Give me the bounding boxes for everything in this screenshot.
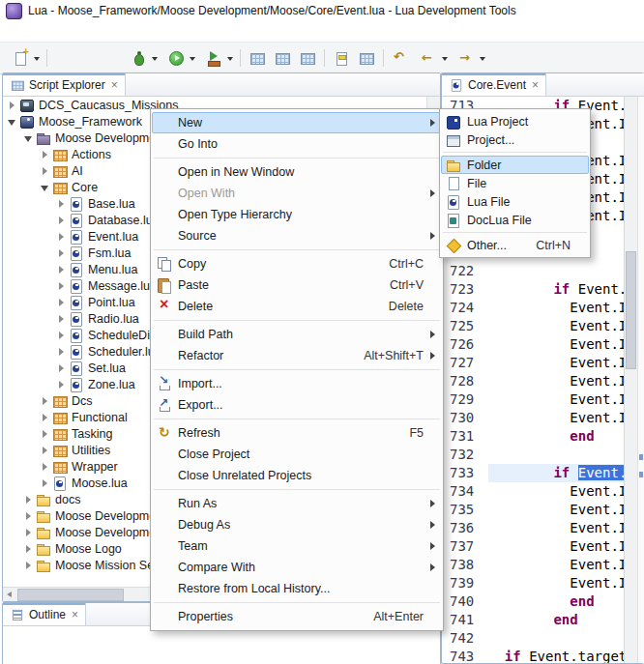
view-back-button[interactable] <box>309 76 328 94</box>
expand-arrow-icon[interactable] <box>40 461 51 473</box>
context-menu-close-unrelated-projects[interactable]: Close Unrelated Projects <box>152 465 442 486</box>
grid-button-1[interactable] <box>246 47 269 69</box>
submenu-folder[interactable]: Folder <box>441 156 589 174</box>
expand-arrow-icon[interactable] <box>56 280 68 292</box>
context-menu-open-in-new-window[interactable]: Open in New Window <box>152 161 442 183</box>
expand-arrow-icon[interactable] <box>23 132 35 144</box>
submenu-lua-project[interactable]: Lua Project <box>441 112 589 130</box>
expand-arrow-icon[interactable] <box>40 428 51 440</box>
context-menu-delete[interactable]: Delete Delete <box>152 296 442 317</box>
scroll-left-icon[interactable] <box>7 592 12 597</box>
expand-arrow-icon[interactable] <box>56 264 68 275</box>
maximize-button[interactable] <box>420 76 438 94</box>
context-menu-open-type-hierarchy[interactable]: Open Type Hierarchy <box>152 204 442 225</box>
expand-arrow-icon[interactable] <box>56 231 68 243</box>
grid-button-3[interactable] <box>296 47 319 69</box>
submenu-project[interactable]: Project... <box>441 130 589 149</box>
menu-source[interactable] <box>34 30 49 34</box>
expand-arrow-icon[interactable] <box>23 494 35 505</box>
scrollbar-thumb[interactable] <box>17 589 124 601</box>
collapse-all-button[interactable] <box>346 76 365 94</box>
context-menu-copy[interactable]: Copy Ctrl+C <box>152 253 442 274</box>
expand-arrow-icon[interactable] <box>56 198 68 210</box>
run-button[interactable] <box>161 47 197 69</box>
overview-ruler[interactable] <box>637 97 644 663</box>
expand-arrow-icon[interactable] <box>23 527 35 538</box>
grid-button-2[interactable] <box>271 47 294 69</box>
context-menu-open-with[interactable]: Open With <box>152 183 442 204</box>
expand-arrow-icon[interactable] <box>7 116 18 128</box>
debug-button[interactable] <box>124 47 160 69</box>
context-menu-restore-from-local-history[interactable]: Restore from Local History... <box>152 578 442 599</box>
menu-navigate[interactable] <box>65 30 80 34</box>
expand-arrow-icon[interactable] <box>40 412 51 423</box>
expand-arrow-icon[interactable] <box>23 510 35 522</box>
expand-arrow-icon[interactable] <box>56 297 68 308</box>
tab-core-event[interactable]: Core.Event × <box>442 73 546 96</box>
back-button[interactable] <box>414 47 450 69</box>
context-menu-properties[interactable]: Properties Alt+Enter <box>152 606 442 627</box>
link-with-editor-button[interactable] <box>365 76 383 94</box>
expand-arrow-icon[interactable] <box>56 379 68 390</box>
expand-arrow-icon[interactable] <box>56 330 68 341</box>
expand-arrow-icon[interactable] <box>40 477 51 489</box>
minimize-button[interactable] <box>401 76 420 94</box>
submenu-file[interactable]: File <box>441 174 589 192</box>
context-menu-paste[interactable]: Paste Ctrl+V <box>152 274 442 296</box>
external-tools-button[interactable] <box>199 47 235 69</box>
menu-project[interactable] <box>96 30 111 34</box>
expand-arrow-icon[interactable] <box>56 346 68 358</box>
context-menu-import[interactable]: Import... <box>152 373 442 394</box>
tab-outline[interactable]: Outline × <box>3 603 86 625</box>
mark-occurrences-button[interactable] <box>330 47 353 69</box>
context-menu-compare-with[interactable]: Compare With <box>152 557 442 578</box>
menu-help[interactable] <box>142 30 158 34</box>
expand-arrow-icon[interactable] <box>40 445 51 456</box>
context-menu-build-path[interactable]: Build Path <box>152 324 442 345</box>
expand-arrow-icon[interactable] <box>56 247 68 259</box>
forward-button[interactable] <box>452 47 487 69</box>
menu-run[interactable] <box>111 30 127 34</box>
submenu-lua-file[interactable]: Lua File <box>441 192 589 211</box>
expand-arrow-icon[interactable] <box>40 165 51 177</box>
expand-arrow-icon[interactable] <box>56 215 68 226</box>
context-menu-debug-as[interactable]: Debug As <box>152 514 442 535</box>
context-menu-refresh[interactable]: Refresh F5 <box>152 422 442 444</box>
expand-arrow-icon[interactable] <box>7 100 18 111</box>
editor-vertical-scrollbar[interactable] <box>624 97 637 663</box>
context-menu-run-as[interactable]: Run As <box>152 493 442 514</box>
submenu-doclua-file[interactable]: DocLua File <box>441 211 589 229</box>
context-menu-refactor[interactable]: Refactor Alt+Shift+T <box>152 345 442 366</box>
menu-search[interactable] <box>80 30 96 34</box>
close-icon[interactable]: × <box>111 78 118 92</box>
context-menu-go-into[interactable]: Go Into <box>152 133 442 155</box>
expand-arrow-icon[interactable] <box>56 313 68 325</box>
close-icon[interactable]: × <box>72 608 78 621</box>
menu-refactor[interactable] <box>49 30 65 34</box>
context-menu-source[interactable]: Source <box>152 225 442 246</box>
tree-item-label: Tasking <box>72 427 112 441</box>
menu-file[interactable] <box>3 30 18 34</box>
expand-arrow-icon[interactable] <box>40 182 51 193</box>
expand-arrow-icon[interactable] <box>40 395 51 407</box>
submenu-other[interactable]: Other... Ctrl+N <box>441 236 589 254</box>
context-menu-team[interactable]: Team <box>152 535 442 557</box>
context-menu-new[interactable]: New <box>152 112 442 133</box>
new-button[interactable] <box>6 47 42 69</box>
view-forward-button[interactable] <box>328 76 346 94</box>
tab-script-explorer[interactable]: Script Explorer × <box>3 73 126 96</box>
expand-arrow-icon[interactable] <box>40 149 51 160</box>
last-edit-location-button[interactable] <box>389 47 412 69</box>
scrollbar-thumb[interactable] <box>626 251 636 369</box>
expand-arrow-icon[interactable] <box>23 543 35 555</box>
grid-button-4[interactable] <box>355 47 378 69</box>
tree-item-label: docs <box>55 493 80 506</box>
menu-window[interactable] <box>127 30 142 34</box>
expand-arrow-icon[interactable] <box>56 362 68 374</box>
close-icon[interactable]: × <box>532 78 539 92</box>
context-menu-export[interactable]: Export... <box>152 394 442 416</box>
context-menu-close-project[interactable]: Close Project <box>152 444 442 465</box>
view-menu-button[interactable] <box>383 76 401 94</box>
expand-arrow-icon[interactable] <box>23 560 35 571</box>
menu-edit[interactable] <box>18 30 34 34</box>
